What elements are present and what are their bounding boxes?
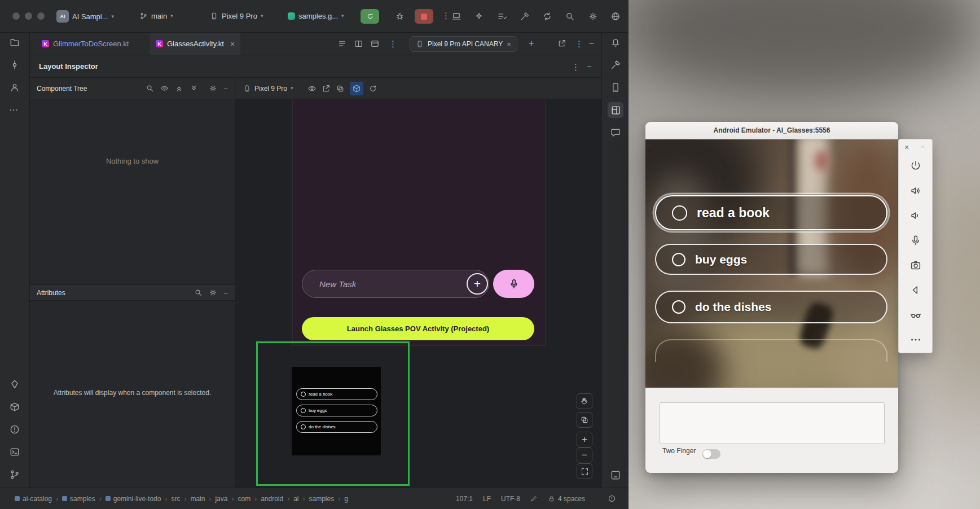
kebab-menu-icon[interactable]: ⋮ xyxy=(389,39,397,49)
device-selector[interactable]: Pixel 9 Pro ▾ xyxy=(210,12,263,20)
todo-item[interactable]: buy eggs xyxy=(655,244,887,275)
zoom-in-button[interactable]: + xyxy=(577,432,592,447)
run-configuration-selector[interactable]: samples.g... ▾ xyxy=(288,12,344,20)
minimize-icon[interactable]: − xyxy=(920,142,925,151)
device-mirror-icon[interactable] xyxy=(451,11,462,21)
two-finger-toggle[interactable] xyxy=(702,449,720,459)
rerun-button[interactable] xyxy=(361,9,379,24)
breadcrumb-item[interactable]: samples xyxy=(309,495,335,503)
todo-item[interactable]: read a book xyxy=(655,195,887,230)
breadcrumb-item[interactable]: ai xyxy=(293,495,298,503)
mic-icon[interactable] xyxy=(909,234,922,247)
terminal-icon[interactable] xyxy=(9,446,20,458)
window-zoom-button[interactable] xyxy=(37,12,45,20)
breadcrumb-item[interactable]: java xyxy=(215,495,227,503)
gradle-icon[interactable] xyxy=(610,59,621,71)
debug-button[interactable] xyxy=(395,11,405,21)
back-icon[interactable] xyxy=(909,284,922,296)
device-render-area[interactable]: New Task + Launch Glasses POV Activity (… xyxy=(235,99,601,488)
minimize-panel-icon[interactable]: − xyxy=(589,38,594,48)
running-device-tab[interactable]: Pixel 9 Pro API CANARY × xyxy=(410,36,517,52)
vcs-branch-selector[interactable]: main ▾ xyxy=(139,12,173,20)
add-task-button[interactable]: + xyxy=(467,273,488,295)
indent-widget[interactable]: 4 spaces xyxy=(548,495,585,503)
snapshot-export-icon[interactable] xyxy=(322,84,331,93)
window-close-button[interactable] xyxy=(12,12,20,20)
close-tab-icon[interactable]: × xyxy=(230,40,235,49)
build-variants-icon[interactable] xyxy=(497,11,507,21)
emulator-title-bar[interactable]: Android Emulator - AI_Glasses:5556 xyxy=(645,122,898,139)
todo-item[interactable]: do the dishes xyxy=(655,291,887,323)
todo-checkbox[interactable] xyxy=(672,253,685,266)
emulator-screen[interactable]: read a book buy eggs do the dishes xyxy=(645,139,898,388)
power-icon[interactable] xyxy=(909,160,922,172)
commit-icon[interactable] xyxy=(9,59,20,71)
gear-icon[interactable] xyxy=(209,288,217,297)
todo-checkbox[interactable] xyxy=(672,205,687,221)
breadcrumb-item[interactable]: ai-catalog xyxy=(15,495,52,503)
kebab-menu-icon[interactable]: ⋮ xyxy=(572,62,580,72)
volume-up-icon[interactable] xyxy=(909,185,922,197)
new-task-input[interactable]: New Task xyxy=(302,270,489,298)
refresh-icon[interactable] xyxy=(368,84,377,93)
glasses-touchpad-area[interactable] xyxy=(660,402,885,444)
running-devices-icon[interactable] xyxy=(610,469,621,481)
pull-requests-icon[interactable] xyxy=(9,82,20,93)
pan-tool-button[interactable] xyxy=(577,393,592,409)
column-mode-icon[interactable] xyxy=(530,495,538,502)
minimize-panel-icon[interactable]: − xyxy=(587,62,592,71)
split-view-icon[interactable] xyxy=(354,39,363,49)
build-hammer-icon[interactable] xyxy=(520,11,530,21)
breadcrumb-item[interactable]: main xyxy=(190,495,205,503)
stop-button[interactable] xyxy=(415,9,433,24)
layer-spacing-button[interactable] xyxy=(577,412,592,428)
glasses-icon[interactable] xyxy=(909,309,922,321)
dependencies-icon[interactable] xyxy=(9,401,20,413)
hide-panel-icon[interactable]: − xyxy=(223,288,228,297)
encoding-widget[interactable]: UTF-8 xyxy=(501,495,520,503)
line-separator-widget[interactable]: LF xyxy=(483,495,491,503)
close-device-tab-icon[interactable]: × xyxy=(507,40,511,49)
project-selector[interactable]: AI AI Sampl... ▾ xyxy=(56,10,114,23)
tab-glimmertodoscreen[interactable]: K GlimmerToDoScreen.kt xyxy=(37,33,133,55)
breadcrumb-item[interactable]: samples xyxy=(62,495,95,503)
device-manager-icon[interactable] xyxy=(610,82,621,93)
gemini-assistant-icon[interactable] xyxy=(474,11,484,21)
notifications-bell-icon[interactable] xyxy=(610,37,621,48)
more-tool-windows-icon[interactable]: ⋯ xyxy=(9,104,18,115)
layout-inspector-tool-button[interactable] xyxy=(608,102,623,118)
phone-screen-render[interactable]: New Task + Launch Glasses POV Activity (… xyxy=(293,99,545,345)
more-options-icon[interactable] xyxy=(909,334,922,346)
breadcrumb-item[interactable]: src xyxy=(171,495,180,503)
settings-gear-icon[interactable] xyxy=(588,11,598,21)
voice-input-button[interactable] xyxy=(493,270,534,298)
window-minimize-button[interactable] xyxy=(25,12,32,20)
version-control-icon[interactable] xyxy=(9,469,20,480)
kebab-menu-icon[interactable]: ⋮ xyxy=(442,11,450,21)
project-folder-icon[interactable] xyxy=(9,37,20,48)
problems-icon[interactable] xyxy=(9,424,20,435)
chat-icon[interactable] xyxy=(610,127,621,138)
sync-project-icon[interactable] xyxy=(542,11,552,21)
design-view-icon[interactable] xyxy=(370,39,380,49)
inspections-widget-icon[interactable] xyxy=(608,494,616,503)
breadcrumb-item[interactable]: android xyxy=(261,495,283,503)
zoom-to-fit-button[interactable] xyxy=(577,463,592,479)
open-in-window-icon[interactable] xyxy=(557,39,566,48)
close-icon[interactable]: × xyxy=(904,143,909,152)
process-selector[interactable]: Pixel 9 Pro ▾ xyxy=(243,85,293,93)
code-view-icon[interactable] xyxy=(337,39,347,49)
add-device-icon[interactable]: + xyxy=(529,38,534,49)
camera-icon[interactable] xyxy=(909,259,922,271)
breadcrumb-item[interactable]: gemini-live-todo xyxy=(106,495,161,503)
caret-position-widget[interactable]: 107:1 xyxy=(456,495,473,503)
breadcrumb-item[interactable]: com xyxy=(238,495,251,503)
volume-down-icon[interactable] xyxy=(909,209,922,222)
search-icon[interactable] xyxy=(194,288,203,297)
tab-glassesactivity[interactable]: K GlassesActivity.kt × xyxy=(150,33,240,55)
toggle-overlay-eye-icon[interactable] xyxy=(307,84,317,93)
search-icon[interactable] xyxy=(565,11,575,21)
layers-icon[interactable] xyxy=(336,84,345,93)
breadcrumb-item[interactable]: g xyxy=(344,495,348,503)
zoom-out-button[interactable]: − xyxy=(577,447,592,463)
